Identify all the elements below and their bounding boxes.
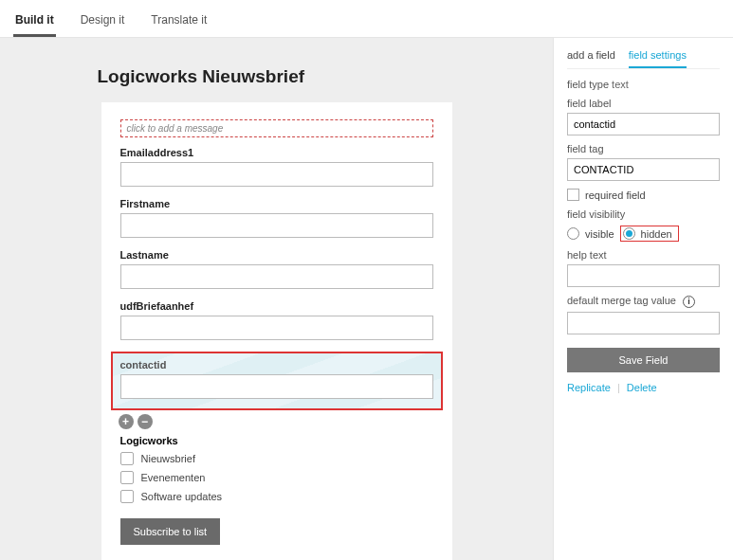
tab-build[interactable]: Build it xyxy=(13,8,56,37)
radio-hidden-label: hidden xyxy=(641,228,672,240)
checkbox-row-0[interactable]: Nieuwsbrief xyxy=(120,452,433,465)
field-udf[interactable]: udfBriefaanhef xyxy=(120,300,433,340)
sidebar-links: Replicate | Delete xyxy=(567,382,720,393)
field-contactid-input[interactable] xyxy=(120,374,433,399)
checkbox-label-0: Nieuwsbrief xyxy=(141,453,195,464)
field-firstname-label: Firstname xyxy=(120,198,433,209)
field-udf-input[interactable] xyxy=(120,316,433,340)
field-lastname-input[interactable] xyxy=(120,264,433,289)
checkbox-label-2: Software updates xyxy=(141,491,223,502)
field-contactid-selected[interactable]: contactid xyxy=(111,352,443,410)
form-title: Logicworks Nieuwsbrief xyxy=(98,66,452,87)
field-label-input[interactable] xyxy=(567,113,720,135)
canvas: Logicworks Nieuwsbrief click to add a me… xyxy=(0,38,553,560)
field-type-label: field type xyxy=(567,79,609,90)
workspace: Logicworks Nieuwsbrief click to add a me… xyxy=(0,38,733,560)
radio-hidden-highlight: hidden xyxy=(620,226,679,242)
checkbox-row-2[interactable]: Software updates xyxy=(120,490,433,503)
main-tabs: Build it Design it Translate it xyxy=(0,0,733,38)
sidebar: add a field field settings field type te… xyxy=(553,38,733,560)
row-controls: + − xyxy=(119,414,433,429)
visibility-radio-row: visible hidden xyxy=(567,226,720,242)
replicate-link[interactable]: Replicate xyxy=(567,382,611,393)
message-placeholder[interactable]: click to add a message xyxy=(120,119,433,137)
form-card-wrap: Logicworks Nieuwsbrief click to add a me… xyxy=(101,66,452,560)
add-field-button[interactable]: + xyxy=(119,414,134,429)
checkbox-group-title: Logicworks xyxy=(120,435,433,446)
field-lastname[interactable]: Lastname xyxy=(120,249,433,289)
sidebar-tabs: add a field field settings xyxy=(567,49,720,69)
required-field-row[interactable]: required field xyxy=(567,189,720,201)
field-type-value: text xyxy=(612,79,629,90)
field-firstname[interactable]: Firstname xyxy=(120,198,433,238)
radio-visible[interactable] xyxy=(567,227,579,240)
sidebar-tab-field-settings[interactable]: field settings xyxy=(629,49,687,68)
checkbox-icon[interactable] xyxy=(120,471,134,484)
tab-design[interactable]: Design it xyxy=(79,8,127,37)
help-text-label: help text xyxy=(567,249,720,261)
link-divider: | xyxy=(617,382,620,393)
field-email-label: Emailaddress1 xyxy=(120,147,433,158)
delete-link[interactable]: Delete xyxy=(627,382,657,393)
field-udf-label: udfBriefaanhef xyxy=(120,300,433,312)
field-email[interactable]: Emailaddress1 xyxy=(120,147,433,187)
save-field-button[interactable]: Save Field xyxy=(567,348,720,372)
remove-field-button[interactable]: − xyxy=(137,414,153,429)
field-tag-label: field tag xyxy=(567,143,720,154)
radio-visible-label: visible xyxy=(585,228,614,240)
sidebar-tab-add-field[interactable]: add a field xyxy=(567,49,615,68)
field-firstname-input[interactable] xyxy=(120,213,433,238)
field-type-row: field type text xyxy=(567,79,720,90)
visibility-label: field visibility xyxy=(567,208,720,220)
checkbox-label-1: Evenementen xyxy=(141,472,206,483)
field-contactid-label: contactid xyxy=(120,359,433,370)
field-label-label: field label xyxy=(567,98,720,109)
form-card: click to add a message Emailaddress1 Fir… xyxy=(101,102,452,560)
info-icon[interactable]: i xyxy=(683,296,695,308)
default-merge-input[interactable] xyxy=(567,312,720,334)
field-tag-input[interactable] xyxy=(567,158,720,181)
help-text-input[interactable] xyxy=(567,264,720,287)
radio-hidden[interactable] xyxy=(623,227,635,240)
field-lastname-label: Lastname xyxy=(120,249,433,261)
default-merge-label: default merge tag value i xyxy=(567,295,720,308)
field-email-input[interactable] xyxy=(120,162,433,187)
checkbox-icon[interactable] xyxy=(120,490,134,503)
tab-translate[interactable]: Translate it xyxy=(149,8,209,37)
required-checkbox[interactable] xyxy=(567,189,579,201)
checkbox-row-1[interactable]: Evenementen xyxy=(120,471,433,484)
submit-button[interactable]: Subscribe to list xyxy=(120,518,221,545)
checkbox-icon[interactable] xyxy=(120,452,134,465)
required-field-label: required field xyxy=(585,190,646,201)
